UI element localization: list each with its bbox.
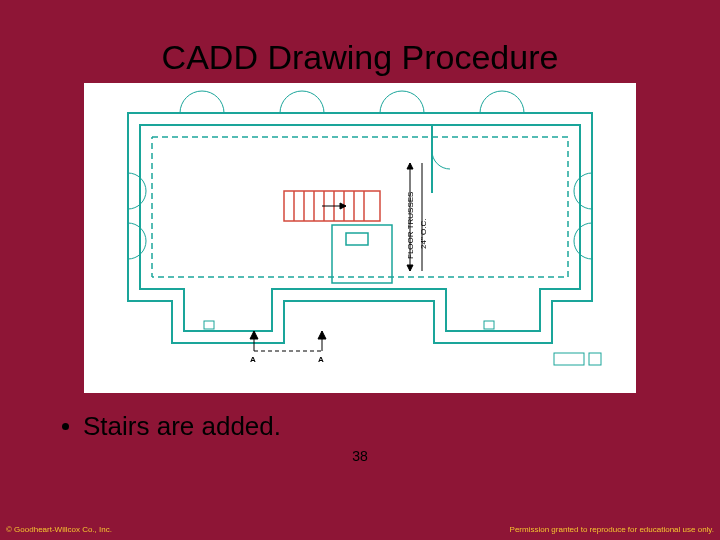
slide-title: CADD Drawing Procedure: [0, 0, 720, 83]
svg-rect-27: [589, 353, 601, 365]
bullet-icon: [62, 423, 69, 430]
svg-rect-0: [152, 137, 568, 277]
cad-drawing: FLOOR TRUSSES 24" O.C. A A: [84, 83, 636, 393]
annot-spacing: 24" O.C.: [419, 219, 428, 249]
svg-marker-22: [250, 331, 258, 339]
footer: © Goodheart-Willcox Co., Inc. Permission…: [0, 518, 720, 540]
section-a-right: A: [318, 355, 324, 364]
annot-floor-trusses: FLOOR TRUSSES: [406, 192, 415, 259]
floor-plan-svg: [84, 83, 636, 393]
svg-marker-24: [318, 331, 326, 339]
svg-rect-29: [484, 321, 494, 329]
svg-rect-26: [554, 353, 584, 365]
svg-rect-1: [152, 137, 568, 277]
svg-marker-18: [407, 163, 413, 169]
slide-number: 38: [0, 448, 720, 464]
copyright-text: © Goodheart-Willcox Co., Inc.: [6, 525, 112, 534]
svg-marker-19: [407, 265, 413, 271]
svg-rect-16: [346, 233, 368, 245]
bullet-text: Stairs are added.: [83, 411, 281, 442]
bullet-row: Stairs are added.: [0, 393, 720, 442]
permission-text: Permission granted to reproduce for educ…: [510, 525, 714, 534]
svg-rect-28: [204, 321, 214, 329]
svg-marker-14: [340, 203, 346, 209]
section-a-left: A: [250, 355, 256, 364]
